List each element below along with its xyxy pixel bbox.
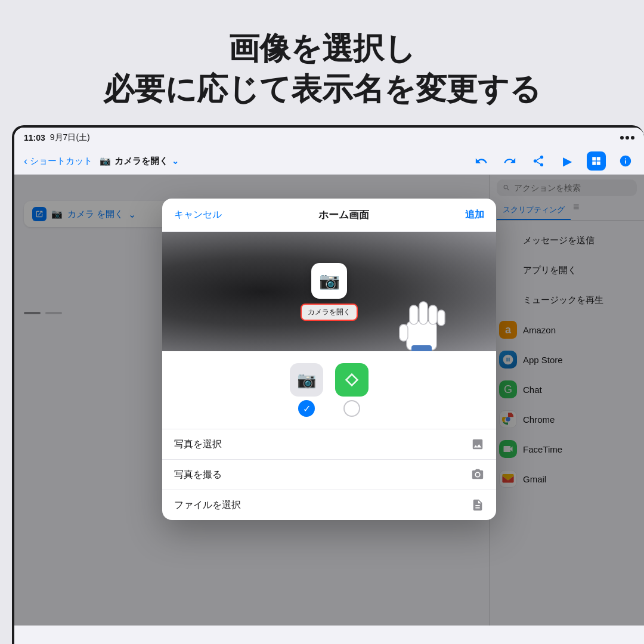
icon-check-shortcuts[interactable] xyxy=(343,400,360,417)
redo-button[interactable] xyxy=(501,152,519,170)
modal-list-item-take-photo[interactable]: 写真を撮る xyxy=(162,460,496,490)
main-content: 📷 カメラ を開く ⌄ スクリプティング ≡ xyxy=(14,175,644,626)
modal-cancel-button[interactable]: キャンセル xyxy=(174,209,222,221)
nav-back-label: ショートカット xyxy=(30,156,92,167)
modal-header: キャンセル ホーム画面 追加 xyxy=(162,199,496,232)
status-date: 9月7日(土) xyxy=(50,132,90,143)
ipad-frame: 11:03 9月7日(土) ‹ ショートカット 📷 カメラを開く ⌄ xyxy=(12,125,644,644)
svg-rect-6 xyxy=(429,305,437,324)
ipad-screen: 11:03 9月7日(土) ‹ ショートカット 📷 カメラを開く ⌄ xyxy=(14,128,644,644)
select-photo-label: 写真を選択 xyxy=(174,438,222,451)
take-photo-label: 写真を撮る xyxy=(174,469,222,481)
camera-icon: 📷 xyxy=(100,156,111,166)
nav-bar: ‹ ショートカット 📷 カメラを開く ⌄ xyxy=(14,148,644,175)
modal-title: ホーム画面 xyxy=(318,208,369,222)
select-file-label: ファイルを選択 xyxy=(174,499,241,512)
modal-icon-label[interactable]: カメラを開く xyxy=(301,304,358,321)
svg-rect-3 xyxy=(400,324,408,341)
hand-cursor-icon xyxy=(389,286,460,351)
title-area: 画像を選択し 必要に応じて表示名を変更する xyxy=(0,0,644,127)
camera-list-icon xyxy=(471,468,484,481)
nav-back-button[interactable]: ‹ ショートカット xyxy=(24,155,92,168)
modal-icon-selection: 📷 ✓ xyxy=(162,351,496,429)
svg-rect-5 xyxy=(419,302,428,324)
nav-title: 📷 カメラを開く ⌄ xyxy=(100,156,179,167)
modal-list-item-select-photo[interactable]: 写真を選択 xyxy=(162,429,496,460)
svg-rect-7 xyxy=(438,310,445,326)
page-title: 画像を選択し 必要に応じて表示名を変更する xyxy=(36,29,608,109)
status-time: 11:03 xyxy=(24,133,45,143)
modal-image-area: 📷 カメラを開く xyxy=(162,232,496,351)
icon-check-camera[interactable]: ✓ xyxy=(298,400,315,417)
nav-chevron-icon[interactable]: ⌄ xyxy=(172,156,179,166)
status-bar: 11:03 9月7日(土) xyxy=(14,128,644,148)
modal-app-icon: 📷 xyxy=(311,263,347,299)
modal-list-item-select-file[interactable]: ファイルを選択 xyxy=(162,490,496,520)
chevron-left-icon: ‹ xyxy=(24,155,27,168)
modal-list: 写真を選択 写真を撮る xyxy=(162,429,496,520)
icon-option-camera[interactable]: 📷 xyxy=(290,363,323,397)
status-dots xyxy=(620,136,634,140)
layout-button[interactable] xyxy=(587,151,606,171)
modal-dialog: キャンセル ホーム画面 追加 📷 カメラを開く xyxy=(162,199,496,520)
modal-app-icon-container: 📷 カメラを開く xyxy=(301,263,358,321)
share-button[interactable] xyxy=(530,152,547,170)
nav-icons: ▶ xyxy=(472,151,634,171)
info-button[interactable] xyxy=(617,152,634,170)
nav-title-text: カメラを開く xyxy=(114,156,168,167)
modal-overlay: キャンセル ホーム画面 追加 📷 カメラを開く xyxy=(14,175,644,626)
play-button[interactable]: ▶ xyxy=(558,152,576,170)
file-icon xyxy=(471,499,484,512)
undo-button[interactable] xyxy=(472,152,490,170)
photo-icon xyxy=(471,438,484,451)
modal-add-button[interactable]: 追加 xyxy=(465,209,484,221)
svg-rect-4 xyxy=(410,305,418,324)
svg-rect-8 xyxy=(411,345,432,351)
icon-option-shortcuts[interactable] xyxy=(335,363,369,397)
